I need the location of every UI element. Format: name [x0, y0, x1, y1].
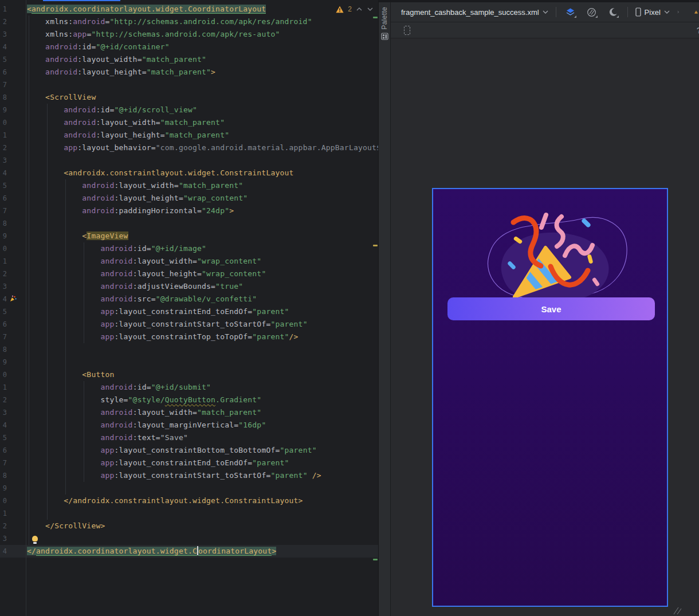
code-text[interactable]: android:paddingHorizontal="24dp"> [27, 205, 234, 217]
code-line[interactable]: 4 android:id="@+id/container" [0, 41, 378, 53]
code-text[interactable]: app:layout_constraintStart_toStartOf="pa… [27, 318, 308, 331]
scrollbar-mark-yellow[interactable] [373, 245, 378, 246]
scrollbar-mark-green[interactable] [373, 559, 378, 560]
code-text[interactable]: <ImageView [27, 230, 128, 242]
code-line[interactable]: 0 <Button [0, 368, 378, 381]
code-text[interactable]: xmlns:app="http://schemas.android.com/ap… [27, 28, 280, 41]
code-text[interactable]: app:layout_constraintTop_toTopOf="parent… [27, 331, 299, 343]
code-line[interactable]: 3 android:layout_width="match_parent" [0, 406, 378, 419]
code-line[interactable]: 4 <androidx.constraintlayout.widget.Cons… [0, 167, 378, 179]
code-line[interactable]: 5 app:layout_constraintEnd_toEndOf="pare… [0, 305, 378, 318]
code-text[interactable]: <ScrollView [27, 91, 96, 104]
help-button[interactable]: ? [697, 25, 699, 35]
toolbar-overflow-chevron[interactable] [677, 9, 679, 15]
layout-file-dropdown[interactable]: fragment_cashback_sample_success.xml [401, 8, 548, 17]
code-line[interactable]: 2 style="@style/QuotyButton.Gradient" [0, 394, 378, 406]
code-text[interactable] [27, 532, 42, 545]
code-line[interactable]: 8 [0, 343, 378, 356]
code-line[interactable]: 5 android:text="Save" [0, 431, 378, 444]
code-text[interactable]: <androidx.coordinatorlayout.widget.Coord… [27, 3, 266, 15]
code-line[interactable]: 1 android:id="@+id/submit" [0, 381, 378, 394]
code-line[interactable]: 7 app:layout_constraintTop_toTopOf="pare… [0, 331, 378, 343]
code-text[interactable]: android:layout_width="match_parent" [27, 179, 243, 192]
night-mode-button[interactable] [606, 5, 620, 19]
code-line[interactable]: 0 android:id="@+id/image" [0, 242, 378, 255]
orientation-button[interactable] [585, 5, 599, 19]
code-line[interactable]: 9 <ImageView [0, 230, 378, 242]
code-text[interactable]: android:id="@+id/submit" [27, 381, 211, 394]
code-text[interactable]: android:text="Save" [27, 431, 188, 444]
code-text[interactable]: app:layout_behavior="com.google.android.… [27, 142, 378, 154]
code-lines[interactable]: 1<androidx.coordinatorlayout.widget.Coor… [0, 3, 378, 558]
prev-problem-button[interactable] [356, 7, 363, 11]
code-line[interactable]: 7 android:paddingHorizontal="24dp"> [0, 205, 378, 217]
preview-save-button[interactable]: Save [447, 297, 655, 320]
code-text[interactable]: app:layout_constraintEnd_toEndOf="parent… [27, 457, 289, 469]
code-line[interactable]: 4 android:layout_marginVertical="16dp" [0, 419, 378, 431]
drawable-preview-icon[interactable] [7, 293, 26, 305]
code-line[interactable]: 1<androidx.coordinatorlayout.widget.Coor… [0, 3, 378, 15]
code-line[interactable]: 8 <ScrollView [0, 91, 378, 104]
code-line[interactable]: 6 android:layout_height="wrap_content" [0, 192, 378, 205]
code-line[interactable]: 9 android:id="@+id/scroll_view" [0, 104, 378, 116]
code-text[interactable]: </androidx.coordinatorlayout.widget.Coor… [27, 545, 276, 558]
code-line[interactable]: 6 android:layout_height="match_parent"> [0, 66, 378, 79]
code-line[interactable]: 8 [0, 217, 378, 230]
code-text[interactable]: app:layout_constraintEnd_toEndOf="parent… [27, 305, 289, 318]
code-line[interactable]: 8 app:layout_constraintStart_toStartOf="… [0, 469, 378, 482]
code-text[interactable]: android:layout_height="wrap_content" [27, 192, 248, 205]
palette-tool-button[interactable]: Palette [380, 7, 388, 40]
code-text[interactable]: android:layout_width="match_parent" [27, 406, 261, 419]
lightbulb-icon[interactable] [32, 536, 38, 542]
code-line[interactable]: 1 [0, 507, 378, 520]
code-text[interactable]: style="@style/QuotyButton.Gradient" [27, 394, 261, 406]
code-text[interactable]: android:layout_width="wrap_content" [27, 255, 261, 268]
scrollbar-mark-green[interactable] [373, 17, 378, 18]
code-line[interactable]: 2 </ScrollView> [0, 520, 378, 532]
code-line[interactable]: 7 app:layout_constraintEnd_toEndOf="pare… [0, 457, 378, 469]
device-selector[interactable]: Pixel [635, 7, 670, 17]
next-problem-button[interactable] [367, 7, 374, 11]
phone-preview[interactable]: Save [432, 188, 668, 607]
xml-editor[interactable]: 1<androidx.coordinatorlayout.widget.Coor… [0, 0, 378, 616]
design-mode-button[interactable] [564, 5, 578, 19]
code-line[interactable]: 4 android:src="@drawable/v_confetti" [0, 293, 378, 305]
code-text[interactable]: <Button [27, 368, 115, 381]
render-warning-icon[interactable] [694, 8, 698, 16]
code-text[interactable]: </ScrollView> [27, 520, 105, 532]
code-text[interactable]: android:id="@+id/image" [27, 242, 206, 255]
code-line[interactable]: 9 [0, 356, 378, 368]
device-frame-toggle[interactable] [401, 23, 411, 37]
code-line[interactable]: 1 android:layout_height="match_parent" [0, 129, 378, 142]
code-line[interactable]: 4</androidx.coordinatorlayout.widget.Coo… [0, 545, 378, 558]
code-line[interactable]: 2 app:layout_behavior="com.google.androi… [0, 142, 378, 154]
code-line[interactable]: 2 xmlns:android="http://schemas.android.… [0, 15, 378, 28]
code-line[interactable]: 5 android:layout_width="match_parent" [0, 179, 378, 192]
code-line[interactable]: 3 [0, 532, 378, 545]
code-text[interactable]: android:adjustViewBounds="true" [27, 280, 243, 293]
code-line[interactable]: 6 app:layout_constraintBottom_toBottomOf… [0, 444, 378, 457]
code-text[interactable]: </androidx.constraintlayout.widget.Const… [27, 495, 303, 507]
code-line[interactable]: 0 android:layout_width="match_parent" [0, 116, 378, 129]
code-text[interactable]: android:id="@+id/container" [27, 41, 170, 53]
code-text[interactable]: app:layout_constraintBottom_toBottomOf="… [27, 444, 317, 457]
code-text[interactable]: android:id="@+id/scroll_view" [27, 104, 197, 116]
resize-handle[interactable] [671, 607, 682, 615]
code-line[interactable]: 3 xmlns:app="http://schemas.android.com/… [0, 28, 378, 41]
code-text[interactable]: android:layout_height="match_parent"> [27, 66, 215, 79]
code-line[interactable]: 6 app:layout_constraintStart_toStartOf="… [0, 318, 378, 331]
code-line[interactable]: 0 </androidx.constraintlayout.widget.Con… [0, 495, 378, 507]
code-text[interactable]: xmlns:android="http://schemas.android.co… [27, 15, 312, 28]
code-text[interactable]: app:layout_constraintStart_toStartOf="pa… [27, 469, 321, 482]
code-line[interactable]: 7 [0, 79, 378, 91]
code-text[interactable]: android:layout_marginVertical="16dp" [27, 419, 266, 431]
code-line[interactable]: 3 [0, 154, 378, 167]
code-text[interactable]: <androidx.constraintlayout.widget.Constr… [27, 167, 294, 179]
code-line[interactable]: 3 android:adjustViewBounds="true" [0, 280, 378, 293]
code-line[interactable]: 5 android:layout_width="match_parent" [0, 53, 378, 66]
code-line[interactable]: 1 android:layout_width="wrap_content" [0, 255, 378, 268]
design-surface[interactable]: Save [391, 38, 699, 616]
inspections-widget[interactable]: 2 [336, 5, 374, 13]
code-text[interactable]: android:layout_width="match_parent" [27, 53, 206, 66]
code-text[interactable]: android:layout_width="match_parent" [27, 116, 225, 129]
